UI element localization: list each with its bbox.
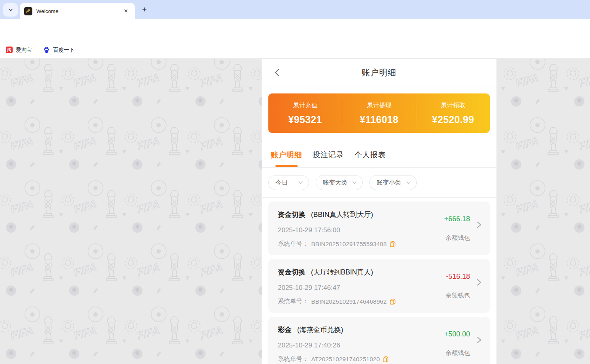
filter-label: 账变大类 bbox=[323, 179, 347, 187]
transaction-detail: (大厅转到BBIN真人) bbox=[311, 268, 373, 276]
transaction-row[interactable]: 资金切换 (大厅转到BBIN真人) 2025-10-29 17:46:47 系统… bbox=[268, 259, 490, 313]
summary-label: 累计充值 bbox=[268, 101, 342, 110]
transaction-type: 资金切换 bbox=[278, 268, 305, 276]
report-panel: 账户明细 累计充值 ¥95321 累计提现 ¥116018 累计领取 ¥2520… bbox=[262, 59, 496, 364]
transaction-wallet: 余额钱包 bbox=[446, 291, 470, 300]
summary-value: ¥116018 bbox=[342, 114, 416, 125]
chevron-down-icon bbox=[298, 180, 303, 185]
transaction-detail: (BBIN真人转到大厅) bbox=[311, 211, 373, 218]
filter-label: 账变小类 bbox=[376, 179, 401, 187]
site-favicon bbox=[24, 7, 32, 15]
new-tab-button[interactable]: + bbox=[139, 4, 150, 15]
summary-total-claimed: 累计领取 ¥2520.99 bbox=[416, 101, 490, 125]
summary-value: ¥2520.99 bbox=[416, 114, 490, 125]
chevron-right-icon[interactable] bbox=[474, 278, 483, 287]
bookmark-taobao[interactable]: 淘 爱淘宝 bbox=[6, 47, 32, 54]
transaction-row[interactable]: 彩金 (海燕金币兑换) 2025-10-29 17:40:26 系统单号： AT… bbox=[268, 317, 490, 364]
page-header: 账户明细 bbox=[262, 59, 496, 86]
transaction-amount: +500.00 bbox=[444, 330, 470, 338]
summary-label: 累计领取 bbox=[416, 101, 490, 110]
bookmark-label: 爱淘宝 bbox=[16, 47, 32, 54]
tab-label: 个人报表 bbox=[354, 151, 386, 159]
tab-account-details[interactable]: 账户明细 bbox=[271, 150, 302, 167]
order-label: 系统单号： bbox=[278, 355, 309, 363]
order-number: BBIN202510291755593408 bbox=[311, 241, 387, 248]
filter-minor-category-dropdown[interactable]: 账变小类 bbox=[369, 175, 417, 190]
transaction-amount: +666.18 bbox=[444, 215, 470, 223]
chevron-right-icon[interactable] bbox=[474, 335, 483, 345]
report-tabs: 账户明细 投注记录 个人报表 bbox=[262, 133, 496, 168]
filter-row: 今日 账变大类 账变小类 bbox=[262, 168, 496, 198]
transaction-wallet: 余额钱包 bbox=[446, 234, 470, 242]
filter-label: 今日 bbox=[275, 179, 288, 187]
transaction-time: 2025-10-29 17:56:00 bbox=[278, 226, 480, 234]
bookmark-baidu[interactable]: 百度一下 bbox=[43, 47, 75, 54]
chevron-down-icon bbox=[406, 180, 411, 185]
back-chevron-icon[interactable] bbox=[273, 68, 282, 77]
summary-value: ¥95321 bbox=[268, 114, 342, 125]
summary-total-withdraw: 累计提现 ¥116018 bbox=[342, 101, 416, 125]
summary-label: 累计提现 bbox=[342, 101, 416, 110]
tab-close-icon[interactable]: × bbox=[122, 7, 129, 15]
transaction-time: 2025-10-29 17:40:26 bbox=[278, 342, 480, 349]
bookmarks-bar: 淘 爱淘宝 百度一下 bbox=[0, 41, 590, 59]
tab-bet-records[interactable]: 投注记录 bbox=[313, 150, 344, 167]
order-label: 系统单号： bbox=[278, 240, 309, 248]
bookmark-label: 百度一下 bbox=[53, 47, 75, 54]
tab-search-button[interactable] bbox=[3, 3, 18, 17]
transaction-wallet: 余额钱包 bbox=[446, 349, 470, 357]
transaction-list: 资金切换 (BBIN真人转到大厅) 2025-10-29 17:56:00 系统… bbox=[262, 198, 496, 364]
active-tab-underline bbox=[275, 165, 298, 167]
transaction-type: 资金切换 bbox=[278, 211, 305, 218]
chevron-right-icon[interactable] bbox=[474, 220, 483, 230]
tab-label: 账户明细 bbox=[271, 151, 302, 159]
copy-icon[interactable] bbox=[390, 241, 396, 247]
copy-icon[interactable] bbox=[390, 299, 396, 305]
copy-icon[interactable] bbox=[382, 356, 389, 362]
page-title: 账户明细 bbox=[362, 67, 397, 78]
tab-personal-report[interactable]: 个人报表 bbox=[354, 150, 386, 167]
order-number: AT202510291740251020 bbox=[311, 356, 380, 363]
browser-tabstrip: Welcome × + bbox=[0, 0, 590, 19]
chevron-down-icon bbox=[8, 7, 13, 13]
summary-card: 累计充值 ¥95321 累计提现 ¥116018 累计领取 ¥2520.99 bbox=[268, 93, 490, 133]
filter-date-dropdown[interactable]: 今日 bbox=[268, 175, 309, 190]
order-label: 系统单号： bbox=[278, 297, 309, 306]
order-number: BBIN202510291746468962 bbox=[311, 298, 387, 305]
gold-dragon-icon bbox=[25, 8, 31, 14]
filter-major-category-dropdown[interactable]: 账变大类 bbox=[316, 175, 363, 190]
chevron-down-icon bbox=[352, 180, 357, 185]
transaction-amount: -516.18 bbox=[446, 273, 470, 281]
transaction-detail: (海燕金币兑换) bbox=[297, 326, 343, 334]
transaction-row[interactable]: 资金切换 (BBIN真人转到大厅) 2025-10-29 17:56:00 系统… bbox=[268, 202, 490, 255]
browser-toolbar: 175616.cc/reports/index bbox=[0, 19, 590, 41]
tab-label: 投注记录 bbox=[313, 151, 344, 159]
summary-total-deposit: 累计充值 ¥95321 bbox=[268, 101, 342, 125]
transaction-type: 彩金 bbox=[278, 326, 292, 334]
baidu-paw-icon bbox=[43, 47, 50, 54]
browser-tab-welcome[interactable]: Welcome × bbox=[20, 3, 135, 19]
transaction-time: 2025-10-29 17:46:47 bbox=[278, 284, 480, 292]
page-background: FIFA bbox=[0, 59, 590, 364]
tab-title: Welcome bbox=[36, 8, 122, 14]
taobao-icon: 淘 bbox=[6, 47, 13, 53]
